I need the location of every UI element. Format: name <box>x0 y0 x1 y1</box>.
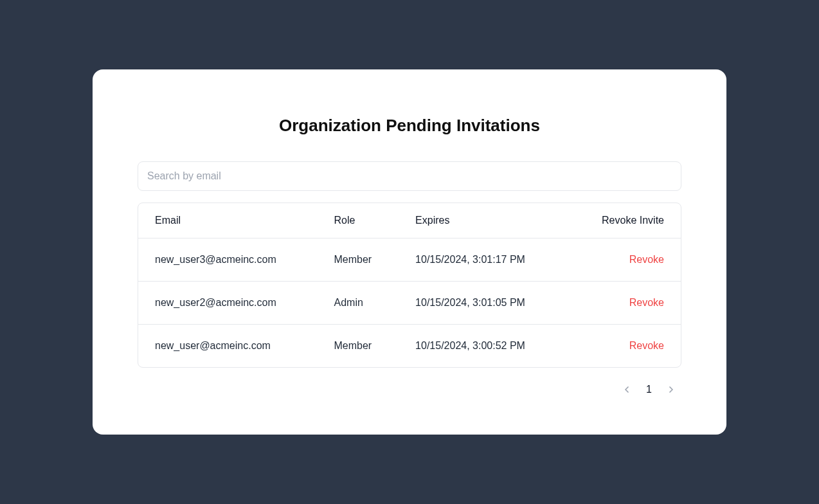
table-row: new_user2@acmeinc.com Admin 10/15/2024, … <box>138 282 681 325</box>
header-revoke: Revoke Invite <box>572 203 681 239</box>
cell-role: Admin <box>318 282 399 325</box>
table-row: new_user3@acmeinc.com Member 10/15/2024,… <box>138 239 681 282</box>
cell-expires: 10/15/2024, 3:00:52 PM <box>399 325 572 368</box>
cell-email: new_user3@acmeinc.com <box>138 239 318 282</box>
revoke-button[interactable]: Revoke <box>589 340 664 352</box>
invitations-card: Organization Pending Invitations Email R… <box>93 69 726 435</box>
table-row: new_user@acmeinc.com Member 10/15/2024, … <box>138 325 681 368</box>
cell-role: Member <box>318 325 399 368</box>
header-expires: Expires <box>399 203 572 239</box>
chevron-left-icon[interactable] <box>620 383 633 396</box>
revoke-button[interactable]: Revoke <box>589 297 664 309</box>
pagination: 1 <box>138 383 681 396</box>
cell-role: Member <box>318 239 399 282</box>
search-input[interactable] <box>138 161 681 191</box>
page-number: 1 <box>646 384 652 395</box>
cell-expires: 10/15/2024, 3:01:05 PM <box>399 282 572 325</box>
cell-email: new_user@acmeinc.com <box>138 325 318 368</box>
cell-expires: 10/15/2024, 3:01:17 PM <box>399 239 572 282</box>
chevron-right-icon[interactable] <box>665 383 678 396</box>
page-title: Organization Pending Invitations <box>138 116 681 136</box>
header-email: Email <box>138 203 318 239</box>
table-header-row: Email Role Expires Revoke Invite <box>138 203 681 239</box>
invitations-table-container: Email Role Expires Revoke Invite new_use… <box>138 203 681 368</box>
cell-email: new_user2@acmeinc.com <box>138 282 318 325</box>
invitations-table: Email Role Expires Revoke Invite new_use… <box>138 203 681 367</box>
revoke-button[interactable]: Revoke <box>589 254 664 266</box>
header-role: Role <box>318 203 399 239</box>
